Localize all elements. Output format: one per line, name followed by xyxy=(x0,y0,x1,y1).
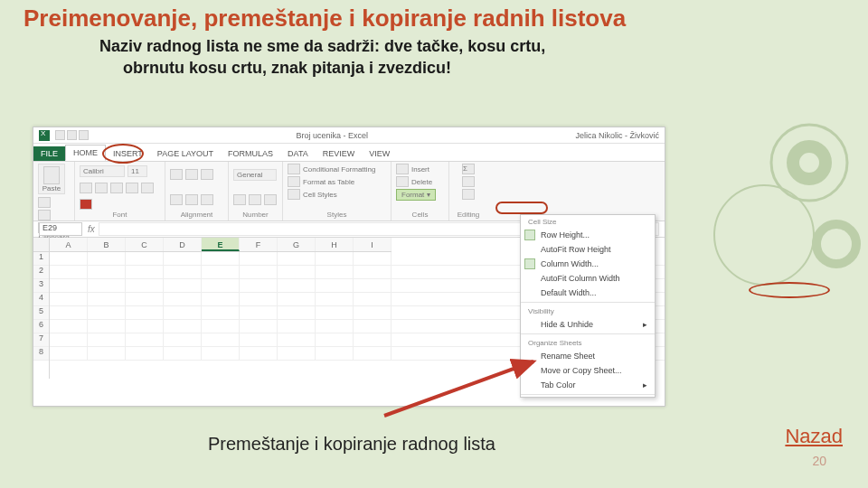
menu-autofit-row[interactable]: AutoFit Row Height xyxy=(521,242,655,257)
cell[interactable] xyxy=(50,293,88,305)
column-header-B[interactable]: B xyxy=(88,238,126,251)
clear-icon[interactable] xyxy=(462,189,475,200)
align-bottom-icon[interactable] xyxy=(201,169,213,180)
align-middle-icon[interactable] xyxy=(185,169,198,180)
column-header-C[interactable]: C xyxy=(126,238,164,251)
cell[interactable] xyxy=(316,306,354,319)
paste-button[interactable]: Paste xyxy=(38,164,65,194)
cell[interactable] xyxy=(88,347,126,360)
cell[interactable] xyxy=(316,320,354,333)
cell[interactable] xyxy=(126,333,164,346)
cell[interactable] xyxy=(50,252,88,265)
cell[interactable] xyxy=(354,293,392,305)
name-box[interactable]: E29 xyxy=(39,222,82,236)
cell[interactable] xyxy=(50,279,88,292)
back-link[interactable]: Nazad xyxy=(785,425,843,448)
menu-default-width[interactable]: Default Width... xyxy=(521,286,655,300)
menu-column-width[interactable]: Column Width... xyxy=(521,257,655,271)
cell[interactable] xyxy=(202,320,240,333)
fx-icon[interactable]: fx xyxy=(88,224,95,234)
cell[interactable] xyxy=(316,266,354,278)
cell-styles-label[interactable]: Cell Styles xyxy=(303,191,337,199)
select-all-corner[interactable] xyxy=(33,238,50,252)
cell[interactable] xyxy=(126,279,164,292)
italic-button[interactable] xyxy=(95,183,108,193)
bold-button[interactable] xyxy=(80,183,92,193)
cell[interactable] xyxy=(316,293,354,305)
cell[interactable] xyxy=(126,252,164,265)
qat-undo-icon[interactable] xyxy=(67,130,77,140)
copy-icon[interactable] xyxy=(38,210,51,221)
comma-icon[interactable] xyxy=(264,194,277,205)
cell[interactable] xyxy=(278,347,316,360)
cell[interactable] xyxy=(240,320,278,333)
cell-styles-icon[interactable] xyxy=(288,189,300,200)
menu-move-copy-sheet[interactable]: Move or Copy Sheet... xyxy=(521,363,655,378)
column-header-E[interactable]: E xyxy=(202,238,240,251)
cond-format-icon[interactable] xyxy=(288,164,300,174)
currency-icon[interactable] xyxy=(233,194,246,205)
cell[interactable] xyxy=(202,347,240,360)
cell[interactable] xyxy=(50,266,88,278)
cell[interactable] xyxy=(88,266,126,278)
menu-hide-unhide[interactable]: Hide & Unhide▸ xyxy=(521,317,655,332)
row-header-1[interactable]: 1 xyxy=(33,252,49,266)
column-header-I[interactable]: I xyxy=(354,238,392,251)
cell[interactable] xyxy=(240,333,278,346)
tab-page-layout[interactable]: PAGE LAYOUT xyxy=(150,146,221,161)
row-header-5[interactable]: 5 xyxy=(33,306,49,320)
font-family-select[interactable]: Calibri xyxy=(80,165,125,177)
align-left-icon[interactable] xyxy=(170,194,183,205)
column-header-H[interactable]: H xyxy=(316,238,354,251)
cell[interactable] xyxy=(164,347,202,360)
fill-color-button[interactable] xyxy=(141,183,154,193)
align-center-icon[interactable] xyxy=(185,194,198,205)
cell[interactable] xyxy=(126,306,164,319)
border-button[interactable] xyxy=(126,183,138,193)
underline-button[interactable] xyxy=(110,183,123,193)
cell[interactable] xyxy=(354,252,392,265)
cell[interactable] xyxy=(202,333,240,346)
cond-format-label[interactable]: Conditional Formatting xyxy=(303,165,375,174)
cell[interactable] xyxy=(164,293,202,305)
format-table-label[interactable]: Format as Table xyxy=(303,178,354,186)
column-header-G[interactable]: G xyxy=(278,238,316,251)
cell[interactable] xyxy=(316,252,354,265)
qat-redo-icon[interactable] xyxy=(79,130,89,140)
tab-formulas[interactable]: FORMULAS xyxy=(221,146,280,161)
cell[interactable] xyxy=(316,347,354,360)
cell[interactable] xyxy=(278,306,316,319)
delete-cells-label[interactable]: Delete xyxy=(411,178,432,186)
cell[interactable] xyxy=(240,266,278,278)
cell[interactable] xyxy=(278,293,316,305)
cell[interactable] xyxy=(278,279,316,292)
column-header-A[interactable]: A xyxy=(50,238,88,251)
autosum-icon[interactable]: Σ xyxy=(462,164,475,174)
cell[interactable] xyxy=(202,306,240,319)
cell[interactable] xyxy=(240,279,278,292)
cell[interactable] xyxy=(354,266,392,278)
cell[interactable] xyxy=(50,347,88,360)
cell[interactable] xyxy=(202,293,240,305)
number-format-select[interactable]: General xyxy=(233,169,277,181)
cell[interactable] xyxy=(88,293,126,305)
cell[interactable] xyxy=(202,252,240,265)
cell[interactable] xyxy=(126,266,164,278)
menu-row-height[interactable]: Row Height... xyxy=(521,228,655,242)
cell[interactable] xyxy=(240,293,278,305)
cell[interactable] xyxy=(278,252,316,265)
cell[interactable] xyxy=(88,306,126,319)
cell[interactable] xyxy=(278,266,316,278)
tab-data[interactable]: DATA xyxy=(280,146,316,161)
cell[interactable] xyxy=(126,320,164,333)
row-header-6[interactable]: 6 xyxy=(33,320,49,333)
cell[interactable] xyxy=(88,320,126,333)
fill-icon[interactable] xyxy=(462,176,475,187)
cell[interactable] xyxy=(240,252,278,265)
tab-insert[interactable]: INSERT xyxy=(106,146,150,161)
cell[interactable] xyxy=(278,333,316,346)
insert-cells-label[interactable]: Insert xyxy=(411,165,429,174)
tab-review[interactable]: REVIEW xyxy=(316,146,363,161)
font-size-select[interactable]: 11 xyxy=(127,165,147,177)
cell[interactable] xyxy=(164,306,202,319)
